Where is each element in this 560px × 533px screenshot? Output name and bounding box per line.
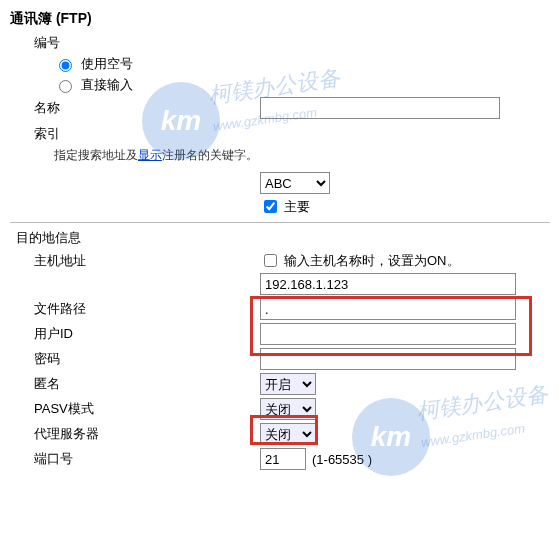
name-input[interactable] bbox=[260, 97, 500, 119]
password-input[interactable] bbox=[260, 348, 516, 370]
host-name-checkbox-label: 输入主机名称时，设置为ON。 bbox=[284, 252, 460, 270]
numbering-label: 编号 bbox=[10, 34, 550, 52]
pasv-label: PASV模式 bbox=[10, 400, 260, 418]
main-checkbox-label: 主要 bbox=[284, 198, 310, 216]
path-label: 文件路径 bbox=[10, 300, 260, 318]
name-label: 名称 bbox=[10, 99, 260, 117]
radio-use-empty[interactable] bbox=[59, 59, 72, 72]
radio-direct-input-label: 直接输入 bbox=[81, 76, 133, 94]
radio-direct-input[interactable] bbox=[59, 80, 72, 93]
port-label: 端口号 bbox=[10, 450, 260, 468]
radio-use-empty-label: 使用空号 bbox=[81, 55, 133, 73]
anon-label: 匿名 bbox=[10, 375, 260, 393]
host-label: 主机地址 bbox=[10, 252, 260, 270]
pasv-select[interactable]: 关闭 bbox=[260, 398, 316, 420]
password-label: 密码 bbox=[10, 350, 260, 368]
port-input[interactable] bbox=[260, 448, 306, 470]
main-checkbox[interactable] bbox=[264, 200, 277, 213]
path-input[interactable] bbox=[260, 298, 516, 320]
anon-select[interactable]: 开启 bbox=[260, 373, 316, 395]
index-label: 索引 bbox=[10, 125, 550, 143]
index-hint: 指定搜索地址及显示注册名的关键字。 bbox=[54, 147, 550, 164]
host-name-checkbox[interactable] bbox=[264, 254, 277, 267]
dest-section-title: 目的地信息 bbox=[10, 229, 550, 247]
page-title: 通讯簿 (FTP) bbox=[10, 10, 550, 28]
index-dropdown[interactable]: ABC bbox=[260, 172, 330, 194]
user-label: 用户ID bbox=[10, 325, 260, 343]
index-hint-link[interactable]: 显示 bbox=[138, 148, 162, 162]
host-input[interactable] bbox=[260, 273, 516, 295]
divider bbox=[10, 222, 550, 223]
proxy-label: 代理服务器 bbox=[10, 425, 260, 443]
proxy-select[interactable]: 关闭 bbox=[260, 423, 316, 445]
user-input[interactable] bbox=[260, 323, 516, 345]
port-range: (1-65535 ) bbox=[312, 452, 372, 467]
